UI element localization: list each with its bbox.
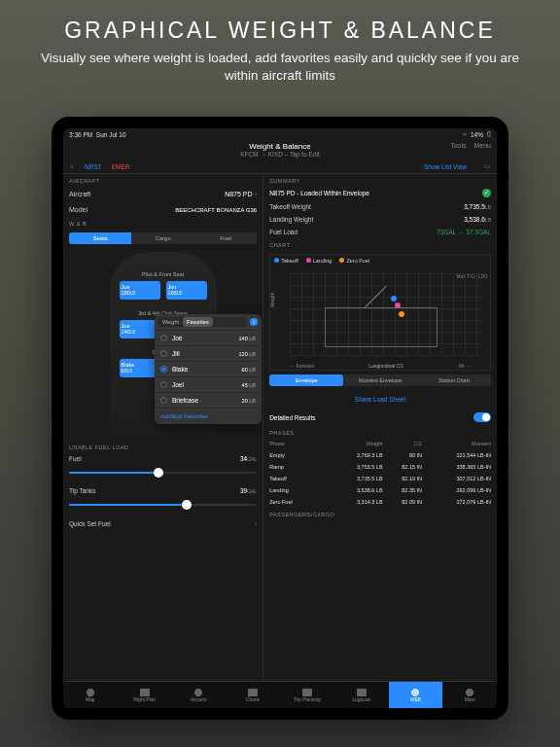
fav-item-jill[interactable]: Jill120 LB: [155, 345, 262, 361]
model-row: Model BEECHCRAFT BONANZA G36: [63, 202, 262, 217]
screen: 3:36 PM Sun Jul 10 ⌔14%▯ Weight & Balanc…: [63, 128, 497, 708]
top-nav: ⇣ NRST EMER Show List View ▭: [63, 160, 497, 174]
share-load-sheet-button[interactable]: Share Load Sheet: [263, 390, 497, 409]
tab-charts[interactable]: Charts: [226, 682, 280, 708]
tab-map[interactable]: Map: [63, 682, 118, 708]
left-panel: AIRCRAFT Aircraft N875 PD › Model BEECHC…: [63, 174, 262, 695]
fav-seg-weight[interactable]: Weight: [158, 317, 183, 327]
fuel-load-row: Fuel Load73GAL → 37.3GAL: [263, 226, 497, 238]
chart-x-axis: ← ForwardLongitudinal CGAft →: [270, 363, 490, 369]
wb-section-label: W & B: [63, 217, 262, 229]
status-bar: 3:36 PM Sun Jul 10 ⌔14%▯: [63, 128, 497, 140]
tab-more[interactable]: More: [442, 682, 497, 708]
landing-weight-row: Landing Weight3,538.6LB: [263, 213, 497, 226]
takeoff-weight-row: Takeoff Weight3,735.5LB: [263, 200, 497, 213]
chart-section-label: CHART: [263, 238, 497, 250]
fav-item-joel[interactable]: Joel45 LB: [155, 376, 262, 392]
book-icon[interactable]: ▭: [484, 162, 491, 170]
chart-tab-moment[interactable]: Moment Envelope: [343, 374, 417, 386]
phase-row-ramp: Ramp3,753.5 LB82.15 IN338,365 LB-IN: [263, 461, 497, 473]
hero-subtitle: Visually see where weight is loaded, add…: [0, 50, 560, 85]
chart-y-axis-label: Weight: [269, 293, 275, 307]
status-left: 3:36 PM Sun Jul 10: [69, 131, 126, 138]
hero: GRAPHICAL WEIGHT & BALANCE Visually see …: [0, 18, 560, 85]
phases-header: PhaseWeightCGMoment: [263, 438, 497, 449]
add-edit-favorites-button[interactable]: Add/Edit Favorites: [155, 408, 262, 424]
detailed-results-toggle[interactable]: [473, 412, 491, 422]
fuel-row: Fuel34GAL: [69, 452, 257, 465]
phase-row-zerofuel: Zero Fuel3,314.3 LB82.09 IN272,079 LB-IN: [263, 496, 497, 508]
route-subtitle[interactable]: KFCM → KIXD – Tap to Edit: [63, 151, 497, 158]
chevron-right-icon: ›: [254, 519, 257, 528]
quick-set-fuel-button[interactable]: Quick Set Fuel›: [69, 516, 257, 531]
emer-button[interactable]: EMER: [112, 163, 130, 170]
envelope-status-row: N875 PD - Loaded Within Envelope ✓: [263, 186, 497, 200]
seg-seats[interactable]: Seats: [69, 232, 131, 244]
aircraft-section-label: AIRCRAFT: [63, 174, 262, 186]
tab-trip-planning[interactable]: Trip Planning: [280, 682, 334, 708]
seat-row-1: Pilot & Front Seat Joe180LB Jim165LB: [120, 281, 207, 300]
tab-airports[interactable]: Airports: [172, 682, 227, 708]
favorites-popup: Weight Favorites i Joe140 LB Jill120 LB …: [155, 314, 262, 424]
phase-row-takeoff: Takeoff3,735.5 LB82.19 IN307,012 LB-IN: [263, 473, 497, 484]
chart-legend: Takeoff Landing Zero Fuel: [270, 255, 490, 267]
right-panel: SUMMARY N875 PD - Loaded Within Envelope…: [262, 174, 497, 695]
phases-section-label: PHASES: [263, 426, 497, 438]
fuel-slider[interactable]: [69, 467, 257, 479]
header: Weight & Balance KFCM → KIXD – Tap to Ed…: [63, 140, 497, 160]
chart-plot: [290, 272, 484, 356]
landing-point: [395, 302, 401, 308]
fav-item-joe[interactable]: Joe140 LB: [155, 330, 262, 345]
chart-tab-station[interactable]: Station Chart: [417, 374, 491, 386]
summary-section-label: SUMMARY: [263, 174, 497, 186]
tablet-frame: 3:36 PM Sun Jul 10 ⌔14%▯ Weight & Balanc…: [52, 117, 508, 720]
wb-segmented: Seats Cargo Fuel: [69, 232, 257, 244]
zero-fuel-point: [399, 311, 404, 317]
tab-wb[interactable]: W&B: [389, 682, 443, 708]
check-icon: ✓: [482, 189, 491, 197]
fav-seg-favorites[interactable]: Favorites: [183, 317, 213, 327]
seat-copilot[interactable]: Jim165LB: [166, 281, 207, 300]
phase-row-landing: Landing3,538.6 LB82.35 IN292,099 LB-IN: [263, 484, 497, 496]
fav-item-blake[interactable]: Blake60 LB: [155, 361, 262, 376]
hero-title: GRAPHICAL WEIGHT & BALANCE: [0, 18, 560, 44]
fav-item-briefcase[interactable]: Briefcase20 LB: [155, 392, 262, 408]
tools-button[interactable]: Tools: [450, 142, 466, 149]
tab-bar: Map Flight Plan Airports Charts Trip Pla…: [63, 681, 497, 708]
seat-row-1-label: Pilot & Front Seat: [120, 271, 207, 277]
tab-flight-plan[interactable]: Flight Plan: [118, 682, 172, 708]
page-title: Weight & Balance: [63, 142, 497, 151]
chart-tab-envelope[interactable]: Envelope: [269, 374, 343, 386]
status-right: ⌔14%▯: [463, 130, 491, 138]
seg-fuel[interactable]: Fuel: [194, 232, 257, 244]
seg-cargo[interactable]: Cargo: [131, 232, 193, 244]
detailed-results-row: Detailed Results: [263, 409, 497, 426]
d-arrow-icon[interactable]: ⇣: [69, 162, 75, 170]
tab-logbook[interactable]: Logbook: [334, 682, 389, 708]
chart-tabs: Envelope Moment Envelope Station Chart: [269, 374, 491, 386]
show-list-view-button[interactable]: Show List View: [424, 163, 467, 170]
info-icon[interactable]: i: [250, 318, 258, 326]
phase-row-empty: Empty2,769.3 LB80 IN221,544 LB-IN: [263, 449, 497, 461]
chart[interactable]: Takeoff Landing Zero Fuel Max T/O, LDG W…: [269, 254, 491, 371]
fav-segmented: Weight Favorites: [158, 317, 246, 327]
nrst-button[interactable]: NRST: [85, 163, 102, 170]
chevron-right-icon: ›: [254, 190, 257, 198]
fuel-section-label: USABLE FUEL LOAD: [63, 441, 262, 452]
phases-table: PhaseWeightCGMoment Empty2,769.3 LB80 IN…: [263, 438, 497, 508]
seat-pilot[interactable]: Joe180LB: [120, 281, 160, 300]
main: AIRCRAFT Aircraft N875 PD › Model BEECHC…: [63, 174, 497, 695]
tip-tanks-slider[interactable]: [69, 499, 257, 511]
plane-diagram: Pilot & Front Seat Joe180LB Jim165LB 3rd…: [69, 252, 257, 437]
tip-tanks-row: Tip Tanks39GAL: [69, 484, 257, 497]
passengers-cargo-section-label: PASSENGERS/CARGO: [263, 508, 497, 519]
wifi-icon: ⌔: [463, 131, 467, 138]
aircraft-row[interactable]: Aircraft N875 PD ›: [63, 186, 262, 202]
envelope-polygon: [325, 307, 438, 347]
menu-button[interactable]: Menu: [473, 142, 491, 149]
battery-icon: ▯: [487, 130, 491, 138]
